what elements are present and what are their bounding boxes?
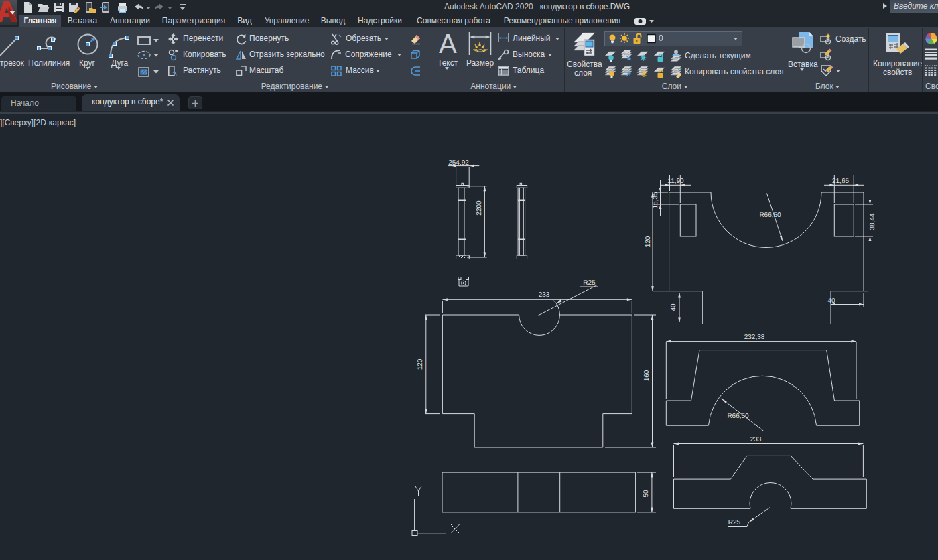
svg-text:40: 40 <box>827 297 835 305</box>
svg-text:R25: R25 <box>583 279 596 287</box>
svg-text:40: 40 <box>670 303 677 311</box>
svg-text:21,65: 21,65 <box>832 178 849 185</box>
svg-text:11,90: 11,90 <box>667 178 684 185</box>
svg-text:38,44: 38,44 <box>869 213 876 230</box>
svg-text:254,92: 254,92 <box>448 159 469 167</box>
svg-text:R66,50: R66,50 <box>727 413 749 420</box>
svg-text:50: 50 <box>643 490 650 498</box>
svg-text:2200: 2200 <box>476 200 483 216</box>
svg-text:15,35: 15,35 <box>652 192 659 208</box>
svg-text:232,38: 232,38 <box>744 334 765 341</box>
svg-text:120: 120 <box>645 236 652 247</box>
svg-text:160: 160 <box>643 370 651 381</box>
svg-text:120: 120 <box>417 358 424 370</box>
svg-text:R66,50: R66,50 <box>759 212 781 219</box>
svg-text:233: 233 <box>539 291 550 299</box>
svg-text:R25: R25 <box>728 519 741 527</box>
svg-text:233: 233 <box>750 436 762 443</box>
